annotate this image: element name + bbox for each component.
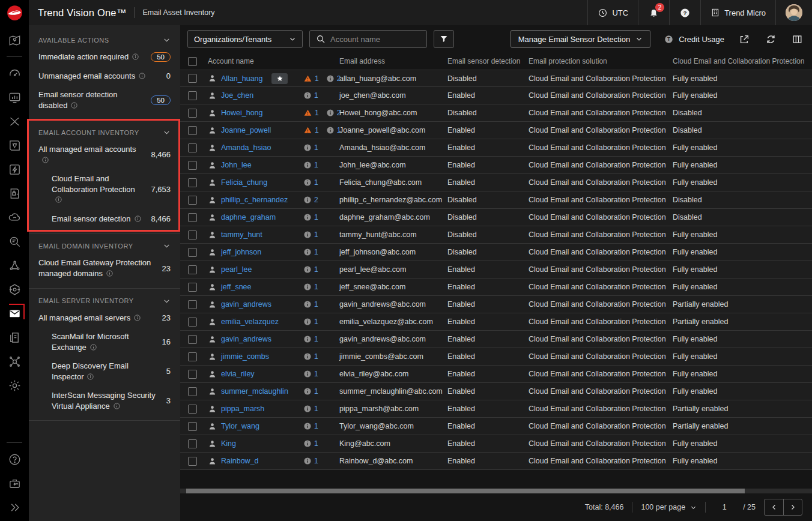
row-checkbox[interactable] xyxy=(188,74,197,83)
info-count-badge[interactable]: 2 xyxy=(326,109,341,117)
info-count-badge[interactable]: 1 xyxy=(303,213,318,221)
account-name-link[interactable]: Amanda_hsiao xyxy=(221,143,271,152)
account-name-link[interactable]: tammy_hunt xyxy=(221,230,262,239)
sidebar-item[interactable]: InterScan Messaging Security Virtual App… xyxy=(29,386,180,415)
row-checkbox[interactable] xyxy=(188,178,197,187)
sidebar-section-header[interactable]: EMAIL SERVER INVENTORY xyxy=(29,292,180,309)
row-checkbox[interactable] xyxy=(188,248,197,257)
sidebar-item[interactable]: ScanMail for Microsoft Exchange16 xyxy=(29,327,180,357)
account-name-link[interactable]: summer_mclaughlin xyxy=(221,387,288,396)
row-checkbox[interactable] xyxy=(188,370,197,379)
account-name-link[interactable]: daphne_graham xyxy=(221,213,276,221)
server-inventory-icon[interactable] xyxy=(7,330,22,345)
row-checkbox[interactable] xyxy=(188,352,197,361)
warning-count-badge[interactable]: 1 xyxy=(303,109,319,117)
info-count-badge[interactable]: 1 xyxy=(303,422,318,430)
reports-icon[interactable] xyxy=(7,89,22,105)
info-count-badge[interactable]: 2 xyxy=(326,74,341,83)
column-header-cloud-email-collab-protection[interactable]: Cloud Email and Collaboration Protection xyxy=(673,57,812,65)
info-count-badge[interactable]: 1 xyxy=(303,283,318,291)
info-count-badge[interactable]: 1 xyxy=(303,387,318,396)
account-name-link[interactable]: elvia_riley xyxy=(221,370,255,378)
row-checkbox[interactable] xyxy=(188,213,197,222)
asset-map-icon[interactable] xyxy=(7,32,22,48)
column-header-email-sensor-detection[interactable]: Email sensor detection xyxy=(447,57,529,65)
column-header-email-address[interactable]: Email address xyxy=(339,57,447,65)
column-header-account-name[interactable]: Account name xyxy=(204,57,339,65)
notifications-button[interactable]: 2 xyxy=(638,0,669,25)
info-count-badge[interactable]: 1 xyxy=(303,370,318,378)
toolkit-icon[interactable] xyxy=(7,475,22,491)
row-checkbox[interactable] xyxy=(188,109,197,118)
row-checkbox[interactable] xyxy=(188,230,197,239)
account-name-link[interactable]: Felicia_chung xyxy=(221,178,267,187)
row-checkbox[interactable] xyxy=(188,161,197,170)
row-checkbox[interactable] xyxy=(188,422,197,431)
refresh-button[interactable] xyxy=(764,32,777,46)
info-count-badge[interactable]: 1 xyxy=(303,405,318,413)
row-checkbox[interactable] xyxy=(188,335,197,344)
account-name-link[interactable]: phillip_c_hernandez xyxy=(221,196,288,204)
sidebar-section-header[interactable]: AVAILABLE ACTIONS xyxy=(29,31,180,47)
row-checkbox[interactable] xyxy=(188,457,197,466)
next-page-button[interactable] xyxy=(783,499,802,515)
account-name-link[interactable]: Allan_huang xyxy=(221,74,263,83)
account-name-link[interactable]: jeff_snee xyxy=(221,283,252,291)
account-name-link[interactable]: Joanne_powell xyxy=(221,126,271,134)
info-count-badge[interactable]: 1 xyxy=(303,178,318,187)
account-name-link[interactable]: jimmie_combs xyxy=(221,352,269,361)
trend-micro-logo[interactable] xyxy=(0,0,29,25)
info-count-badge[interactable]: 1 xyxy=(303,91,318,100)
info-count-badge[interactable]: 1 xyxy=(303,335,318,343)
current-page-input[interactable]: 1 xyxy=(714,503,735,511)
sidebar-item[interactable]: Cloud Email and Collaboration Protection… xyxy=(29,169,180,209)
threat-search-icon[interactable] xyxy=(7,233,22,249)
select-all-checkbox[interactable] xyxy=(188,57,197,66)
row-checkbox[interactable] xyxy=(188,143,197,152)
account-name-link[interactable]: King xyxy=(221,439,236,448)
row-checkbox[interactable] xyxy=(188,91,197,100)
expand-chevrons-icon[interactable] xyxy=(7,499,22,515)
search-input[interactable]: Account name xyxy=(309,30,427,48)
network-forensics-icon[interactable] xyxy=(7,354,22,369)
xdr-icon[interactable] xyxy=(7,113,22,129)
account-name-link[interactable]: pearl_lee xyxy=(221,265,252,274)
dashboard-gauge-icon[interactable] xyxy=(7,65,22,81)
sidebar-item[interactable]: Cloud Email Gateway Protection managed d… xyxy=(29,253,180,283)
info-count-badge[interactable]: 1 xyxy=(303,457,318,465)
info-count-badge[interactable]: 1 xyxy=(303,248,318,256)
org-tenant-dropdown[interactable]: Organizations/Tenants xyxy=(187,30,303,48)
info-count-badge[interactable]: 1 xyxy=(303,439,318,448)
sidebar-section-header[interactable]: EMAIL DOMAIN INVENTORY xyxy=(29,237,180,253)
export-button[interactable] xyxy=(738,32,751,46)
row-checkbox[interactable] xyxy=(188,405,197,414)
sidebar-item[interactable]: All managed email servers23 xyxy=(29,309,180,328)
account-name-link[interactable]: Joe_chen xyxy=(221,91,253,100)
account-name-link[interactable]: Rainbow_d xyxy=(221,457,259,465)
filter-button[interactable] xyxy=(434,30,454,48)
info-count-badge[interactable]: 1 xyxy=(303,300,318,309)
account-name-link[interactable]: emilia_velazquez xyxy=(221,318,279,326)
workbench-icon[interactable] xyxy=(7,137,22,153)
warning-count-badge[interactable]: 1 xyxy=(303,74,319,83)
row-checkbox[interactable] xyxy=(188,265,197,274)
account-name-link[interactable]: jeff_johnson xyxy=(221,248,261,256)
sidebar-item[interactable]: Deep Discovery Email Inspector5 xyxy=(29,357,180,386)
manage-email-sensor-detection-button[interactable]: Manage Email Sensor Detection xyxy=(511,30,650,48)
info-count-badge[interactable]: 1 xyxy=(303,161,318,169)
horizontal-scrollbar[interactable] xyxy=(180,489,812,493)
response-icon[interactable] xyxy=(7,161,22,177)
warning-count-badge[interactable]: 1 xyxy=(303,126,319,134)
info-count-badge[interactable]: 1 xyxy=(303,143,318,152)
user-menu[interactable] xyxy=(775,0,812,25)
settings-gear-icon[interactable] xyxy=(7,378,22,393)
column-header-email-protection-solution[interactable]: Email protection solution xyxy=(529,57,673,65)
row-checkbox[interactable] xyxy=(188,196,197,205)
row-checkbox[interactable] xyxy=(188,283,197,292)
sidebar-item[interactable]: Email sensor detection8,466 xyxy=(29,209,180,229)
credit-usage-button[interactable]: T Credit Usage xyxy=(664,34,724,44)
row-checkbox[interactable] xyxy=(188,126,197,135)
timezone-selector[interactable]: UTC xyxy=(587,0,638,25)
risk-shield-icon[interactable] xyxy=(7,282,22,297)
sidebar-item[interactable]: Email sensor detection disabled50 xyxy=(29,85,180,115)
